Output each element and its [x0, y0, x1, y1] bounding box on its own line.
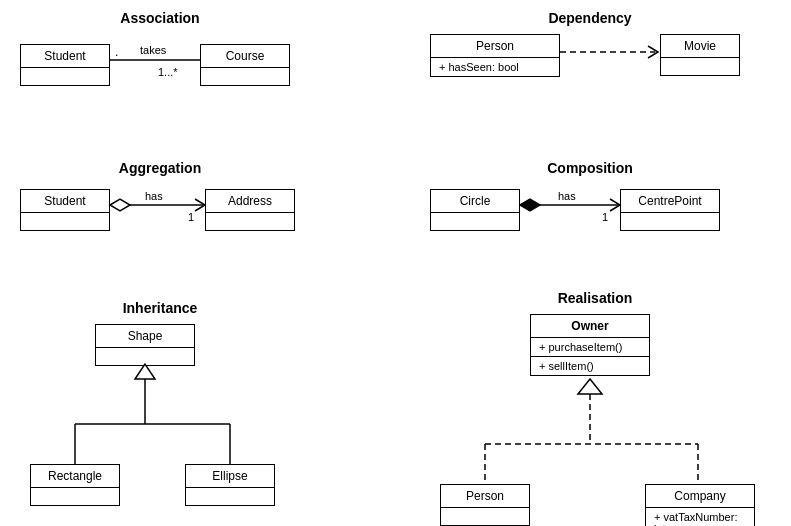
- realisation-section: Realisation Owner + purchaseItem() + sel…: [430, 290, 760, 526]
- diagram-container: Association Student Course . takes 1: [0, 0, 791, 526]
- inheritance-section: Inheritance Shape Rectangle Ellipse: [20, 300, 300, 526]
- dependency-section: Dependency Person + hasSeen: bool Movie: [430, 10, 750, 114]
- dependency-arrow: [430, 34, 750, 114]
- svg-text:takes: takes: [140, 44, 167, 56]
- aggregation-title: Aggregation: [20, 160, 300, 176]
- association-arrow: . takes 1...*: [20, 34, 300, 104]
- composition-arrow: has 1: [430, 184, 750, 244]
- svg-text:1...*: 1...*: [158, 66, 178, 78]
- association-section: Association Student Course . takes 1: [20, 10, 300, 104]
- svg-text:.: .: [115, 45, 118, 59]
- composition-section: Composition Circle CentrePoint has: [430, 160, 750, 244]
- svg-text:1: 1: [602, 211, 608, 223]
- svg-marker-10: [520, 199, 540, 211]
- aggregation-arrow: has 1: [20, 184, 300, 244]
- composition-title: Composition: [430, 160, 750, 176]
- svg-text:has: has: [145, 190, 163, 202]
- realisation-arrows: [430, 314, 760, 526]
- svg-text:has: has: [558, 190, 576, 202]
- realisation-title: Realisation: [430, 290, 760, 306]
- aggregation-section: Aggregation Student Address has: [20, 160, 300, 244]
- inheritance-title: Inheritance: [20, 300, 300, 316]
- inheritance-arrows: [20, 324, 300, 526]
- svg-text:1: 1: [188, 211, 194, 223]
- svg-marker-18: [578, 379, 602, 394]
- svg-marker-14: [135, 364, 155, 379]
- association-title: Association: [20, 10, 300, 26]
- svg-marker-6: [110, 199, 130, 211]
- dependency-title: Dependency: [430, 10, 750, 26]
